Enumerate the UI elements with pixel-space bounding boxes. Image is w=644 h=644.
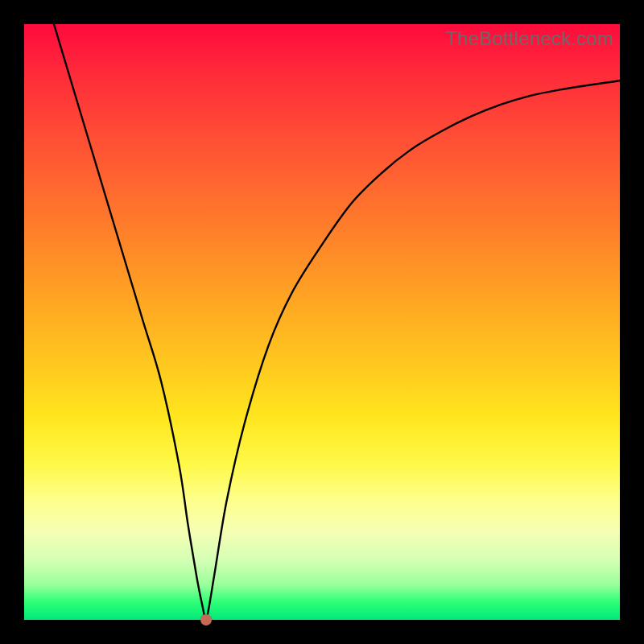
plot-area: TheBottleneck.com — [24, 24, 620, 620]
watermark-text: TheBottleneck.com — [445, 27, 613, 50]
minimum-marker — [200, 614, 212, 625]
bottleneck-curve — [24, 24, 620, 620]
chart-frame: TheBottleneck.com — [0, 0, 644, 644]
